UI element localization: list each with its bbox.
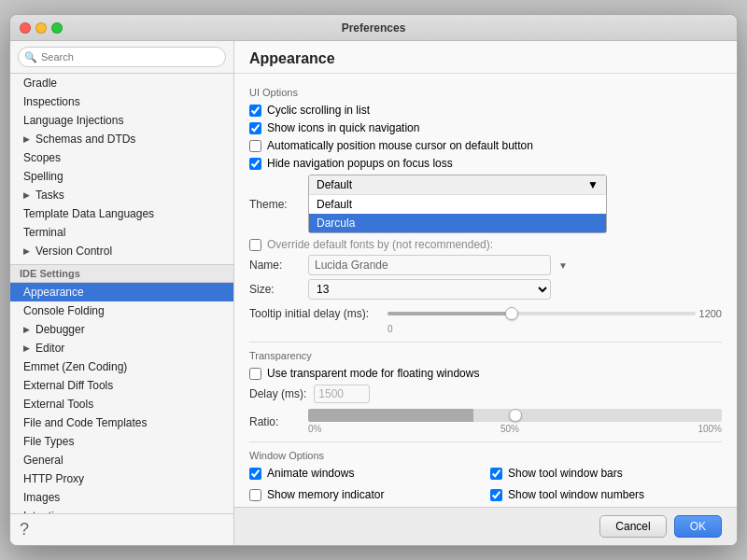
sidebar-item-scopes[interactable]: Scopes: [10, 148, 233, 167]
delay-label: Delay (ms):: [249, 387, 306, 400]
sidebar-item-general[interactable]: General: [10, 451, 233, 469]
show-icons-checkbox[interactable]: [249, 122, 261, 134]
search-box: 🔍: [10, 41, 233, 74]
theme-selected-value: Default: [317, 178, 352, 191]
theme-option-default[interactable]: Default: [309, 195, 606, 214]
theme-option-darcula[interactable]: Darcula: [309, 214, 606, 232]
sidebar-item-images[interactable]: Images: [10, 488, 233, 507]
main-content: UI Options Cyclic scrolling in list Show…: [234, 74, 737, 507]
auto-position-checkbox[interactable]: [249, 140, 261, 152]
window-title: Preferences: [342, 21, 406, 35]
transparent-mode-row: Use transparent mode for floating window…: [249, 367, 722, 380]
footer: Cancel OK: [234, 507, 737, 545]
sidebar-item-language-injections[interactable]: Language Injections: [10, 111, 233, 130]
theme-selected[interactable]: Default ▼: [309, 175, 606, 195]
ratio-50-label: 50%: [500, 424, 519, 434]
sidebar-item-gradle[interactable]: Gradle: [10, 74, 233, 92]
sidebar-item-emmet[interactable]: Emmet (Zen Coding): [10, 357, 233, 376]
ratio-label: Ratio:: [249, 415, 301, 428]
sidebar-item-editor[interactable]: Editor: [10, 339, 233, 357]
show-tool-window-numbers-row: Show tool window numbers: [490, 488, 722, 501]
sidebar-item-debugger[interactable]: Debugger: [10, 320, 233, 339]
titlebar: Preferences: [10, 15, 737, 41]
transparency-label: Transparency: [249, 350, 722, 361]
name-input[interactable]: [308, 255, 551, 275]
preferences-window: Preferences 🔍 Gradle Inspections Languag…: [9, 14, 738, 546]
help-button[interactable]: ?: [10, 513, 233, 545]
delay-input[interactable]: [314, 385, 370, 403]
sidebar-item-tasks[interactable]: Tasks: [10, 186, 233, 204]
search-input[interactable]: [18, 47, 226, 67]
show-tool-window-bars-row: Show tool window bars: [490, 467, 722, 480]
theme-dropdown-container: Default ▼ Default Darcula: [308, 175, 607, 233]
show-tool-window-bars-checkbox[interactable]: [490, 468, 502, 480]
transparent-mode-label: Use transparent mode for floating window…: [267, 367, 479, 380]
tooltip-slider[interactable]: [388, 312, 696, 315]
window-options-label: Window Options: [249, 450, 722, 461]
traffic-lights: [20, 22, 63, 34]
ok-button[interactable]: OK: [674, 515, 722, 538]
separator-2: [249, 441, 722, 442]
tooltip-max-label: 1200: [699, 308, 722, 319]
sidebar-list: Gradle Inspections Language Injections S…: [10, 74, 233, 513]
maximize-button[interactable]: [51, 22, 63, 34]
sidebar-item-spelling[interactable]: Spelling: [10, 167, 233, 186]
animate-windows-row: Animate windows: [249, 467, 481, 480]
window-options-grid: Animate windows Show tool window bars Sh…: [249, 467, 722, 507]
size-row: Size: 13: [249, 279, 722, 300]
sidebar-item-http-proxy[interactable]: HTTP Proxy: [10, 469, 233, 488]
ratio-slider[interactable]: [308, 409, 722, 422]
search-icon: 🔍: [24, 51, 37, 63]
show-tool-window-numbers-label: Show tool window numbers: [508, 488, 644, 501]
cancel-button[interactable]: Cancel: [599, 515, 666, 538]
show-memory-label: Show memory indicator: [267, 488, 384, 501]
transparent-mode-checkbox[interactable]: [249, 368, 261, 380]
sidebar-item-terminal[interactable]: Terminal: [10, 223, 233, 242]
tooltip-min-label: 0: [388, 324, 393, 334]
override-fonts-label: Override default fonts by (not recommend…: [267, 238, 493, 251]
ui-options-label: UI Options: [249, 87, 722, 98]
tooltip-slider-container: 1200: [388, 308, 722, 319]
ratio-slider-wrap: 0% 50% 100%: [308, 409, 722, 434]
separator-1: [249, 342, 722, 343]
theme-dropdown[interactable]: Default ▼ Default Darcula: [308, 175, 607, 233]
sidebar-item-inspections[interactable]: Inspections: [10, 92, 233, 111]
ratio-0-label: 0%: [308, 424, 321, 434]
sidebar-item-version-control[interactable]: Version Control: [10, 242, 233, 260]
close-button[interactable]: [20, 22, 31, 34]
sidebar-item-external-diff[interactable]: External Diff Tools: [10, 376, 233, 395]
hide-navigation-label: Hide navigation popups on focus loss: [267, 157, 453, 170]
content-area: 🔍 Gradle Inspections Language Injections…: [10, 41, 737, 545]
show-tool-window-numbers-checkbox[interactable]: [490, 489, 502, 501]
sidebar-item-template-data[interactable]: Template Data Languages: [10, 204, 233, 223]
minimize-button[interactable]: [35, 22, 47, 34]
override-fonts-row: Override default fonts by (not recommend…: [249, 238, 722, 251]
sidebar-item-file-types[interactable]: File Types: [10, 432, 233, 451]
sidebar-item-schemas[interactable]: Schemas and DTDs: [10, 130, 233, 148]
ratio-100-label: 100%: [698, 424, 722, 434]
sidebar-item-console-folding[interactable]: Console Folding: [10, 301, 233, 320]
sidebar-item-external-tools[interactable]: External Tools: [10, 395, 233, 413]
name-row: Name: ▼: [249, 255, 722, 275]
tooltip-row: Tooltip initial delay (ms): 1200: [249, 307, 722, 320]
size-field-label: Size:: [249, 283, 301, 296]
sidebar-item-file-code-templates[interactable]: File and Code Templates: [10, 413, 233, 432]
main-panel: Appearance UI Options Cyclic scrolling i…: [234, 41, 737, 545]
sidebar-item-appearance[interactable]: Appearance: [10, 283, 233, 301]
override-fonts-checkbox[interactable]: [249, 239, 261, 251]
animate-windows-checkbox[interactable]: [249, 468, 261, 480]
tooltip-delay-label: Tooltip initial delay (ms):: [249, 307, 380, 320]
delay-row: Delay (ms):: [249, 385, 722, 403]
hide-navigation-row: Hide navigation popups on focus loss: [249, 157, 722, 170]
ide-settings-section: IDE Settings: [10, 264, 233, 283]
ratio-row: Ratio: 0% 50% 100%: [249, 409, 722, 434]
sidebar-item-intentions[interactable]: Intentions: [10, 507, 233, 513]
hide-navigation-checkbox[interactable]: [249, 158, 261, 170]
show-tool-window-bars-label: Show tool window bars: [508, 467, 623, 480]
show-memory-checkbox[interactable]: [249, 489, 261, 501]
show-icons-label: Show icons in quick navigation: [267, 121, 419, 134]
size-select[interactable]: 13: [308, 279, 551, 300]
cyclic-scrolling-checkbox[interactable]: [249, 105, 261, 117]
show-icons-row: Show icons in quick navigation: [249, 121, 722, 134]
name-dropdown-icon[interactable]: ▼: [558, 260, 568, 271]
